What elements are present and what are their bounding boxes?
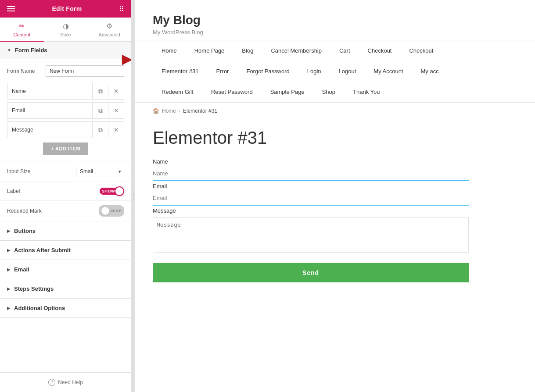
required-mark-toggle[interactable]: HIDE — [99, 205, 124, 217]
nav-login[interactable]: Login — [298, 61, 330, 82]
nav-thank-you[interactable]: Thank You — [344, 82, 388, 102]
field-label-message: Message — [7, 123, 92, 136]
tab-style[interactable]: ◑ Style — [44, 18, 88, 42]
hamburger-icon[interactable] — [7, 6, 15, 11]
section-steps-header[interactable]: ▶ Steps Settings — [0, 279, 131, 298]
form-fields-content: Form Name Name ⧉ ✕ Email ⧉ ✕ Message ⧉ ✕ — [0, 59, 131, 161]
section-buttons-header[interactable]: ▶ Buttons — [0, 221, 131, 240]
resize-handle[interactable] — [132, 0, 135, 392]
tab-content-label: Content — [14, 32, 31, 37]
field-copy-name[interactable]: ⧉ — [92, 83, 108, 99]
section-buttons: ▶ Buttons — [0, 221, 131, 241]
nav-error[interactable]: Error — [208, 61, 238, 82]
blog-subtitle: My WordPress Blog — [153, 29, 517, 36]
help-icon: ? — [48, 379, 55, 386]
nav-blog[interactable]: Blog — [233, 40, 262, 61]
top-bar: Edit Form ⠿ — [0, 0, 131, 18]
field-label-name: Name — [7, 85, 92, 98]
form-preview-message-label: Message — [153, 207, 469, 214]
section-additional: ▶ Additional Options — [0, 299, 131, 318]
field-copy-email[interactable]: ⧉ — [92, 103, 108, 118]
nav-checkout2[interactable]: Checkout — [400, 40, 442, 61]
page-content: Elementor #31 Name Email Message Send — [135, 119, 535, 300]
section-email: ▶ Email — [0, 260, 131, 279]
section-additional-title: Additional Options — [14, 305, 65, 311]
form-name-input[interactable] — [46, 65, 124, 77]
form-preview-name-input[interactable] — [153, 167, 469, 181]
field-row-message: Message ⧉ ✕ — [7, 121, 124, 138]
section-actions: ▶ Actions After Submit — [0, 241, 131, 260]
form-preview-message-group: Message — [153, 207, 469, 254]
input-size-label: Input Size — [7, 168, 30, 175]
send-button[interactable]: Send — [153, 263, 469, 282]
add-item-label: + ADD ITEM — [51, 146, 80, 151]
nav-my-acc[interactable]: My acc — [412, 61, 448, 82]
section-steps-caret: ▶ — [7, 286, 11, 291]
nav-cancel-membership[interactable]: Cancel Membership — [262, 40, 330, 61]
breadcrumb-home-link[interactable]: Home — [162, 108, 176, 114]
site-nav: Home Home Page Blog Cancel Membership Ca… — [135, 40, 535, 103]
field-row-email: Email ⧉ ✕ — [7, 102, 124, 119]
section-email-header[interactable]: ▶ Email — [0, 260, 131, 279]
nav-logout[interactable]: Logout — [330, 61, 365, 82]
nav-reset-password[interactable]: Reset Password — [202, 82, 262, 102]
form-fields-title: Form Fields — [15, 47, 47, 53]
label-label: Label — [7, 188, 20, 194]
section-additional-header[interactable]: ▶ Additional Options — [0, 299, 131, 317]
nav-my-account[interactable]: My Account — [365, 61, 412, 82]
blog-title: My Blog — [153, 13, 517, 27]
send-button-label: Send — [302, 269, 319, 276]
nav-cart[interactable]: Cart — [330, 40, 359, 61]
form-preview-message-textarea[interactable] — [153, 217, 469, 253]
section-steps: ▶ Steps Settings — [0, 279, 131, 299]
label-row: Label SHOW — [0, 182, 131, 201]
style-icon: ◑ — [63, 22, 69, 30]
label-toggle[interactable]: SHOW — [100, 186, 124, 196]
nav-homepage[interactable]: Home Page — [186, 40, 233, 61]
nav-redeem-gift[interactable]: Redeem Gift — [153, 82, 202, 102]
form-preview: Name Email Message Send — [153, 158, 469, 282]
tabs: ✏ Content ◑ Style ⚙ Advanced — [0, 18, 131, 42]
form-preview-email-input[interactable] — [153, 191, 469, 206]
nav-checkout[interactable]: Checkout — [359, 40, 401, 61]
form-name-label: Form Name — [7, 68, 42, 74]
nav-home[interactable]: Home — [153, 40, 186, 61]
grid-icon[interactable]: ⠿ — [119, 5, 124, 13]
breadcrumb-separator: › — [179, 108, 180, 114]
field-copy-message[interactable]: ⧉ — [92, 122, 108, 138]
top-bar-title: Edit Form — [52, 5, 82, 12]
add-item-button[interactable]: + ADD ITEM — [43, 143, 88, 155]
form-preview-email-label: Email — [153, 183, 469, 189]
section-additional-caret: ▶ — [7, 306, 11, 310]
advanced-icon: ⚙ — [106, 22, 112, 30]
field-row-name: Name ⧉ ✕ — [7, 83, 124, 100]
left-panel: Edit Form ⠿ ✏ Content ◑ Style ⚙ Advanced… — [0, 0, 132, 392]
field-delete-name[interactable]: ✕ — [108, 83, 124, 99]
breadcrumb-current: Elementor #31 — [183, 108, 217, 114]
nav-elementor31[interactable]: Elementor #31 — [153, 61, 208, 82]
right-panel: My Blog My WordPress Blog Home Home Page… — [135, 0, 535, 392]
blog-header: My Blog My WordPress Blog — [135, 0, 535, 40]
input-size-select-wrap[interactable]: Small Medium Large — [76, 166, 124, 177]
section-actions-title: Actions After Submit — [14, 247, 71, 253]
input-size-select[interactable]: Small Medium Large — [76, 166, 124, 177]
section-email-caret: ▶ — [7, 267, 11, 272]
field-delete-message[interactable]: ✕ — [108, 122, 124, 138]
form-fields-arrow: ▼ — [7, 48, 11, 53]
need-help[interactable]: ? Need Help — [0, 372, 131, 392]
nav-shop[interactable]: Shop — [313, 82, 344, 102]
nav-row-3: Redeem Gift Reset Password Sample Page S… — [153, 82, 517, 102]
nav-forgot-password[interactable]: Forgot Password — [237, 61, 298, 82]
tab-content[interactable]: ✏ Content — [0, 18, 44, 42]
nav-row-2: Elementor #31 Error Forgot Password Logi… — [153, 61, 517, 82]
section-actions-header[interactable]: ▶ Actions After Submit — [0, 241, 131, 260]
required-knob — [101, 207, 109, 215]
tab-advanced[interactable]: ⚙ Advanced — [87, 18, 131, 42]
nav-sample-page[interactable]: Sample Page — [262, 82, 313, 102]
field-delete-email[interactable]: ✕ — [108, 103, 124, 118]
form-fields-section-header[interactable]: ▼ Form Fields — [0, 42, 131, 59]
panel-body: ▼ Form Fields ◄ Form Name Name ⧉ ✕ Email… — [0, 42, 131, 372]
toggle-hide-label: HIDE — [111, 209, 122, 213]
form-preview-name-group: Name — [153, 158, 469, 181]
form-preview-name-label: Name — [153, 158, 469, 165]
